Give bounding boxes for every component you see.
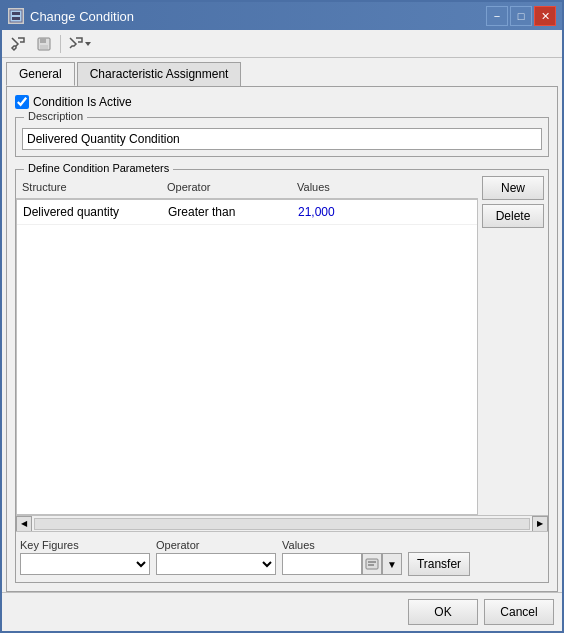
toolbar	[2, 30, 562, 58]
svg-rect-5	[40, 45, 48, 49]
tool-button-1[interactable]	[6, 33, 30, 55]
main-window: Change Condition − □ ✕	[0, 0, 564, 633]
operator-label: Operator	[156, 539, 276, 551]
title-bar-left: Change Condition	[8, 8, 134, 24]
svg-rect-1	[12, 12, 20, 15]
values-input[interactable]	[282, 553, 362, 575]
delete-button[interactable]: Delete	[482, 204, 544, 228]
cell-values: 21,000	[292, 203, 477, 221]
values-field-group: Values ▼	[282, 539, 402, 575]
toolbar-separator	[60, 35, 61, 53]
save-button[interactable]	[32, 33, 56, 55]
dropdown-button[interactable]	[65, 33, 95, 55]
cancel-button[interactable]: Cancel	[484, 599, 554, 625]
minimize-button[interactable]: −	[486, 6, 508, 26]
maximize-button[interactable]: □	[510, 6, 532, 26]
condition-active-row: Condition Is Active	[15, 95, 549, 109]
operator-select[interactable]	[156, 553, 276, 575]
svg-rect-6	[366, 559, 378, 569]
footer: OK Cancel	[2, 592, 562, 631]
svg-rect-0	[10, 10, 22, 22]
table-header: Structure Operator Values	[16, 176, 478, 199]
key-figures-select[interactable]	[20, 553, 150, 575]
values-field-label: Values	[282, 539, 402, 551]
header-values: Values	[291, 179, 478, 195]
define-inner: Structure Operator Values Delivered quan…	[16, 176, 548, 515]
key-figures-field-group: Key Figures	[20, 539, 150, 575]
description-section-title: Description	[24, 110, 87, 122]
define-section: Define Condition Parameters Structure Op…	[15, 169, 549, 583]
horizontal-scrollbar[interactable]: ◀ ▶	[16, 515, 548, 531]
values-dropdown-button[interactable]: ▼	[382, 553, 402, 575]
transfer-button[interactable]: Transfer	[408, 552, 470, 576]
description-section: Description	[15, 117, 549, 157]
scrollbar-track[interactable]	[34, 518, 530, 530]
description-input[interactable]	[22, 128, 542, 150]
key-figures-label: Key Figures	[20, 539, 150, 551]
tab-characteristic[interactable]: Characteristic Assignment	[77, 62, 242, 86]
cell-structure: Delivered quantity	[17, 203, 162, 221]
buttons-right: New Delete	[478, 176, 548, 515]
values-picker-button[interactable]	[362, 553, 382, 575]
table-body: Delivered quantity Greater than 21,000	[16, 199, 478, 515]
ok-button[interactable]: OK	[408, 599, 478, 625]
tab-content-general: Condition Is Active Description Define C…	[6, 86, 558, 592]
tab-general[interactable]: General	[6, 62, 75, 86]
table-area: Structure Operator Values Delivered quan…	[16, 176, 478, 515]
title-buttons: − □ ✕	[486, 6, 556, 26]
bottom-fields: Key Figures Operator Values	[16, 531, 548, 582]
svg-rect-4	[40, 38, 46, 43]
scroll-left-arrow[interactable]: ◀	[16, 516, 32, 532]
svg-rect-2	[12, 17, 20, 20]
header-operator: Operator	[161, 179, 291, 195]
condition-active-checkbox[interactable]	[15, 95, 29, 109]
new-button[interactable]: New	[482, 176, 544, 200]
header-structure: Structure	[16, 179, 161, 195]
close-button[interactable]: ✕	[534, 6, 556, 26]
table-row[interactable]: Delivered quantity Greater than 21,000	[17, 200, 477, 225]
cell-operator: Greater than	[162, 203, 292, 221]
define-section-title: Define Condition Parameters	[24, 162, 173, 174]
title-bar: Change Condition − □ ✕	[2, 2, 562, 30]
condition-active-label: Condition Is Active	[33, 95, 132, 109]
window-title: Change Condition	[30, 9, 134, 24]
scroll-right-arrow[interactable]: ▶	[532, 516, 548, 532]
operator-field-group: Operator	[156, 539, 276, 575]
values-input-wrapper: ▼	[282, 553, 402, 575]
window-icon	[8, 8, 24, 24]
tabs: General Characteristic Assignment	[2, 58, 562, 86]
